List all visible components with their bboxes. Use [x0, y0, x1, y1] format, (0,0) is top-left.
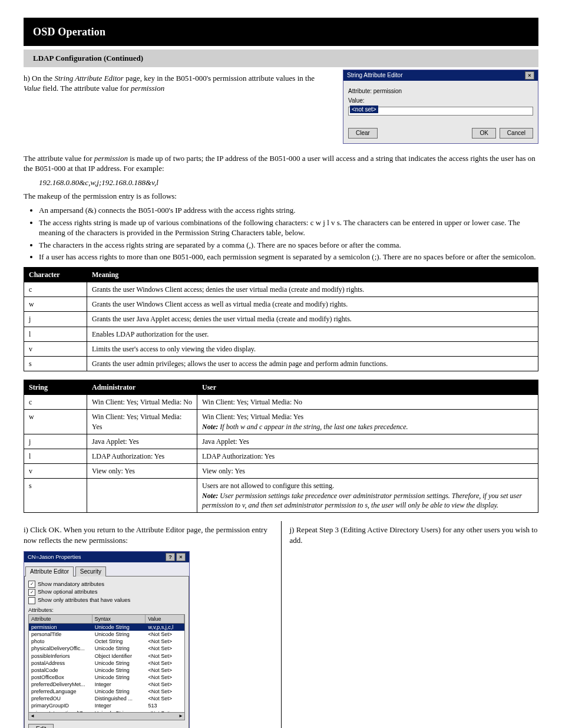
dialog-title: String Attribute Editor	[347, 71, 403, 80]
list-item[interactable]: postalAddressUnicode String<Not Set>	[29, 660, 184, 667]
section-header: OSD Operation	[24, 18, 538, 46]
close-icon[interactable]: ×	[176, 553, 186, 561]
tab-security[interactable]: Security	[75, 566, 106, 577]
chk-mandatory[interactable]: ✓Show mandatory attributes	[28, 581, 185, 588]
t1-h1: Meaning	[87, 267, 538, 282]
t2-h1: Administrator	[87, 380, 197, 395]
permission-example: 192.168.0.80&c,w,j;192.168.0.188&v,l	[39, 177, 538, 188]
list-item[interactable]: possibleInferiorsObject Identifier<Not S…	[29, 653, 184, 660]
value-selected-text: <not set>	[350, 106, 378, 114]
permission-explain: The attribute value for permission is ma…	[24, 153, 538, 174]
list-item[interactable]: photoOctet String<Not Set>	[29, 638, 184, 645]
step-i: i) Click OK. When you return to the Attr…	[24, 525, 273, 545]
step-h: h) On the String Attribute Editor page, …	[24, 73, 330, 94]
table-row: cWin Client: Yes; Virtual Media: NoWin C…	[24, 395, 538, 410]
close-icon[interactable]: ×	[525, 71, 534, 80]
bullet-item: If a user has access rights to more than…	[39, 252, 538, 262]
bullet-item: The characters in the access rights stri…	[39, 240, 538, 251]
char-meaning-table: Character Meaning cGrants the user Windo…	[24, 267, 538, 371]
clear-button[interactable]: Clear	[348, 128, 378, 139]
attributes-label: Attributes:	[28, 607, 185, 614]
t2-h2: User	[197, 380, 538, 395]
subsection-header: LDAP Configuration (Continued)	[24, 50, 538, 67]
list-item[interactable]: permissionUnicode Stringw,v,p,s,j,c,l	[29, 624, 184, 631]
list-item[interactable]: postalCodeUnicode String<Not Set>	[29, 667, 184, 674]
scrollbar[interactable]: ◄►	[28, 713, 185, 720]
table-row: lEnables LDAP authorization for the user…	[24, 327, 538, 341]
list-header: Attribute Syntax Value	[28, 614, 185, 624]
attribute-value: permission	[373, 88, 402, 94]
list-item[interactable]: preferredLanguageUnicode String<Not Set>	[29, 688, 184, 695]
tab-attribute-editor[interactable]: Attribute Editor	[25, 566, 74, 577]
table-row: cGrants the user Windows Client access; …	[24, 282, 538, 297]
bullet-item: An ampersand (&) connects the B051-000's…	[39, 205, 538, 216]
list-item[interactable]: personalTitleUnicode String<Not Set>	[29, 631, 184, 638]
help-icon[interactable]: ?	[166, 553, 175, 561]
permission-note: The makeup of the permission entry is as…	[24, 191, 538, 202]
chk-values-only[interactable]: Show only attributes that have values	[28, 597, 185, 604]
list-item[interactable]: preferredOUDistinguished ...<Not Set>	[29, 695, 184, 702]
table-row: jGrants the user Java Applet access; den…	[24, 312, 538, 327]
list-item[interactable]: primaryGroupIDInteger513	[29, 702, 184, 709]
table-row: vLimits the user's access to only viewin…	[24, 341, 538, 356]
list-item[interactable]: physicalDeliveryOffic...Unicode String<N…	[29, 645, 184, 652]
attribute-label: Attribute:	[348, 88, 372, 94]
table-row: vView only: YesView only: Yes	[24, 464, 538, 479]
table-row: sUsers are not allowed to configure this…	[24, 479, 538, 513]
t2-h0: String	[24, 380, 87, 395]
section-title: OSD Operation	[33, 25, 529, 39]
value-label: Value:	[348, 97, 365, 104]
edit-button[interactable]: Edit	[28, 724, 54, 728]
column-divider	[281, 521, 282, 728]
bullet-item: The access rights string is made up of v…	[39, 218, 538, 238]
figure-string-attribute-editor: String Attribute Editor × Attribute: per…	[343, 70, 538, 144]
table-row: wGrants the user Windows Client access a…	[24, 297, 538, 312]
cancel-button[interactable]: Cancel	[500, 128, 533, 139]
t1-h0: Character	[24, 267, 87, 282]
string-role-table: String Administrator User cWin Client: Y…	[24, 380, 538, 513]
figure-properties-dialog: CN=Jason Properties ? × Attribute Editor…	[24, 551, 190, 728]
step-j: j) Repeat Step 3 (Editing Active Directo…	[290, 525, 539, 545]
chk-optional[interactable]: ✓Show optional attributes	[28, 588, 185, 596]
list-item[interactable]: preferredDeliveryMet...Integer<Not Set>	[29, 681, 184, 688]
attribute-list[interactable]: permissionUnicode Stringw,v,p,s,j,c,lper…	[28, 624, 185, 713]
table-row: sGrants the user admin privileges; allow…	[24, 356, 538, 371]
ok-button[interactable]: OK	[472, 128, 495, 139]
table-row: wWin Client: Yes; Virtual Media: YesWin …	[24, 410, 538, 434]
table-row: jJava Applet: YesJava Applet: Yes	[24, 434, 538, 449]
bullet-list: An ampersand (&) connects the B051-000's…	[24, 205, 538, 262]
dialog-title-2: CN=Jason Properties	[28, 554, 81, 561]
table-row: lLDAP Authorization: YesLDAP Authorizati…	[24, 449, 538, 464]
list-item[interactable]: postOfficeBoxUnicode String<Not Set>	[29, 674, 184, 681]
